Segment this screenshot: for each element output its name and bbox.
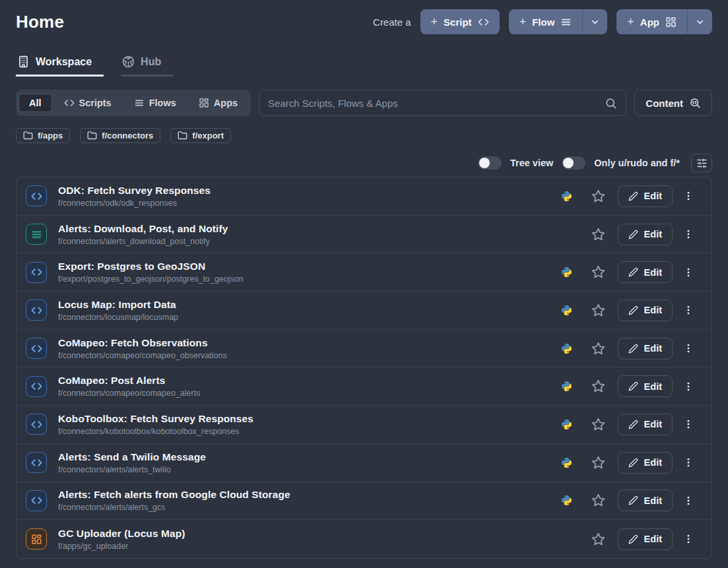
create-flow-button[interactable]: + Flow [509, 9, 583, 34]
python-icon [561, 343, 572, 354]
item-title: CoMapeo: Fetch Observations [58, 337, 561, 349]
script-code-icon [31, 419, 42, 430]
toggle-knob [479, 158, 490, 168]
search-input[interactable] [268, 98, 605, 109]
script-code-icon [31, 191, 42, 202]
item-path: f/apps/gc_uploader [58, 542, 561, 551]
edit-button[interactable]: Edit [618, 224, 673, 245]
edit-button[interactable]: Edit [618, 185, 673, 207]
filter-apps[interactable]: Apps [188, 94, 248, 112]
edit-button-label: Edit [644, 419, 662, 429]
more-options-button[interactable] [681, 455, 696, 470]
create-actions: Create a + Script + Flow + App [373, 9, 712, 34]
edit-button[interactable]: Edit [618, 338, 673, 360]
favorite-star-button[interactable] [591, 189, 605, 203]
list-item[interactable]: GC Uploader (Locus Map) f/apps/gc_upload… [17, 520, 711, 558]
list-item[interactable]: Alerts: Fetch alerts from Google Cloud S… [17, 482, 711, 521]
list-item[interactable]: Locus Map: Import Data f/connectors/locu… [17, 292, 711, 330]
favorite-star-button[interactable] [591, 228, 605, 241]
favorite-star-button[interactable] [591, 379, 605, 393]
kebab-icon [682, 267, 694, 278]
more-options-button[interactable] [681, 303, 696, 317]
edit-button[interactable]: Edit [618, 375, 673, 397]
favorite-star-button[interactable] [591, 418, 605, 431]
folder-chip-apps[interactable]: f/apps [16, 128, 70, 143]
list-item[interactable]: Alerts: Download, Post, and Notify f/con… [17, 216, 711, 254]
create-app-dropdown-button[interactable] [687, 9, 712, 34]
more-options-button[interactable] [681, 532, 696, 546]
filter-scripts[interactable]: Scripts [53, 94, 122, 112]
content-search-button[interactable]: Content [634, 90, 712, 116]
favorite-star-button[interactable] [591, 456, 605, 470]
list-item[interactable]: CoMapeo: Fetch Observations f/connectors… [17, 330, 711, 368]
edit-button[interactable]: Edit [618, 261, 673, 283]
python-icon [561, 457, 572, 468]
more-options-button[interactable] [681, 341, 696, 356]
list-item[interactable]: CoMapeo: Post Alerts f/connectors/comape… [17, 367, 711, 406]
item-path: f/connectors/comapeo/comapeo_alerts [58, 389, 561, 398]
item-type-icon [26, 224, 47, 245]
star-icon [591, 379, 605, 393]
list-item[interactable]: Alerts: Send a Twilio Message f/connecto… [17, 444, 711, 482]
content-button-label: Content [645, 98, 683, 109]
flow-icon [134, 98, 145, 108]
search-box [259, 90, 626, 116]
item-path: f/connectors/locusmap/locusmap [58, 313, 561, 322]
toggle-knob [563, 158, 574, 168]
edit-button[interactable]: Edit [618, 452, 673, 474]
script-code-icon [31, 381, 42, 392]
favorite-star-button[interactable] [591, 532, 605, 546]
page-title: Home [16, 12, 64, 32]
script-code-icon [31, 267, 42, 278]
language-badge [561, 495, 572, 506]
globe-icon [122, 55, 135, 68]
more-options-button[interactable] [681, 417, 696, 431]
folder-chip-label: f/apps [38, 131, 63, 141]
create-flow-dropdown-button[interactable] [582, 9, 607, 34]
language-badge [561, 305, 572, 316]
create-app-button[interactable]: + App [616, 9, 687, 34]
more-options-button[interactable] [681, 265, 696, 280]
edit-button-label: Edit [644, 191, 662, 201]
favorite-star-button[interactable] [591, 303, 605, 317]
favorite-star-button[interactable] [591, 342, 605, 356]
folder-chips: f/apps f/connectors f/export [16, 128, 712, 143]
tab-hub[interactable]: Hub [121, 51, 173, 77]
owner-filter-toggle[interactable] [562, 156, 585, 170]
folder-chip-connectors[interactable]: f/connectors [80, 128, 160, 143]
edit-button[interactable]: Edit [618, 300, 673, 321]
tab-workspace[interactable]: Workspace [16, 51, 104, 77]
item-title: Alerts: Fetch alerts from Google Cloud S… [58, 489, 561, 501]
list-item[interactable]: Export: Postgres to GeoJSON f/export/pos… [17, 253, 711, 292]
edit-button-label: Edit [644, 534, 662, 544]
list-item[interactable]: KoboToolbox: Fetch Survey Responses f/co… [17, 406, 711, 444]
tree-view-toggle[interactable] [478, 156, 502, 170]
pencil-icon [628, 191, 638, 201]
folder-chip-export[interactable]: f/export [170, 128, 231, 143]
more-options-button[interactable] [681, 379, 696, 394]
favorite-star-button[interactable] [591, 493, 605, 507]
kebab-icon [682, 418, 694, 430]
tab-workspace-label: Workspace [36, 56, 92, 68]
more-options-button[interactable] [681, 189, 696, 203]
create-script-button[interactable]: + Script [420, 9, 500, 34]
edit-button[interactable]: Edit [618, 414, 673, 435]
edit-button[interactable]: Edit [618, 489, 673, 511]
python-icon [561, 381, 572, 392]
edit-button-label: Edit [644, 457, 662, 468]
star-icon [591, 493, 605, 507]
edit-button[interactable]: Edit [618, 528, 673, 550]
item-path: f/export/postgres_to_geojson/postgres_to… [58, 274, 561, 284]
list-settings-button[interactable] [691, 154, 712, 172]
more-options-button[interactable] [681, 227, 696, 241]
view-options: Tree view Only u/rudo and f/* [16, 154, 712, 172]
pencil-icon [628, 381, 638, 391]
more-options-button[interactable] [681, 493, 696, 508]
item-path: f/connectors/alerts_download_post_notify [58, 237, 561, 246]
list-item[interactable]: ODK: Fetch Survey Responses f/connectors… [17, 177, 711, 216]
favorite-star-button[interactable] [591, 265, 605, 279]
filter-flows[interactable]: Flows [123, 94, 187, 112]
kebab-icon [682, 342, 694, 354]
filter-all[interactable]: All [18, 94, 52, 112]
language-badge [561, 343, 572, 354]
